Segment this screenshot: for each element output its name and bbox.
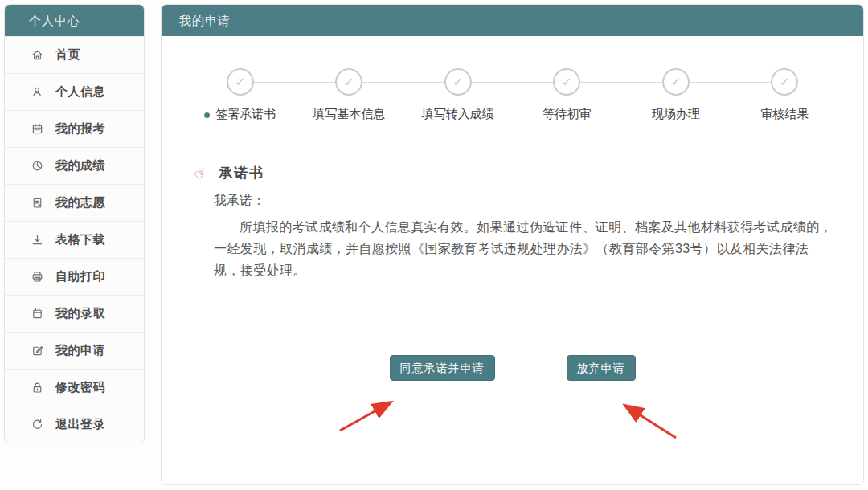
sidebar-item-my-application[interactable]: 我的申请 — [5, 332, 144, 369]
step-label: 签署承诺书 — [186, 107, 295, 122]
calendar-icon — [31, 122, 44, 136]
check-icon: ✓ — [553, 68, 580, 96]
panel-body: ✓ 签署承诺书 ✓ 填写基本信息 ✓ 填写转入成绩 ✓ 等待初审 — [162, 68, 863, 490]
step-basic-info: ✓ 填写基本信息 — [295, 68, 404, 122]
download-icon — [31, 233, 44, 247]
sidebar-item-label: 我的申请 — [55, 343, 105, 358]
page: 个人中心 首页 个人信息 我的报考 我的成绩 我的志愿 表格下载 自助打印 — [0, 0, 868, 490]
logout-icon — [31, 418, 44, 431]
commitment-section: ☞ 承诺书 我承诺： 所填报的考试成绩和个人信息真实有效。如果通过伪造证件、证明… — [194, 164, 839, 281]
step-label: 填写转入成绩 — [403, 107, 513, 122]
main-panel: 我的申请 ✓ 签署承诺书 ✓ 填写基本信息 ✓ 填写转入成绩 — [161, 4, 864, 485]
panel-title: 我的申请 — [162, 5, 863, 36]
check-icon: ✓ — [771, 68, 798, 96]
step-label: 填写基本信息 — [295, 107, 404, 122]
check-icon: ✓ — [227, 68, 254, 96]
agree-apply-button[interactable]: 同意承诺并申请 — [390, 355, 495, 381]
arrow-to-abandon-button — [625, 406, 676, 438]
printer-icon — [31, 270, 44, 284]
sidebar-item-label: 个人信息 — [55, 84, 105, 100]
sidebar-item-home[interactable]: 首页 — [5, 36, 144, 73]
lock-icon — [31, 381, 44, 394]
commitment-lead: 我承诺： — [214, 193, 839, 210]
sidebar-item-label: 我的录取 — [55, 306, 105, 321]
check-icon: ✓ — [662, 68, 690, 96]
pie-chart-icon — [31, 159, 44, 173]
sidebar-item-label: 我的成绩 — [55, 158, 105, 174]
user-icon — [31, 85, 44, 99]
sidebar-item-label: 首页 — [55, 47, 80, 63]
step-sign-commitment: ✓ 签署承诺书 — [186, 68, 295, 122]
sidebar-item-label: 修改密码 — [55, 380, 105, 395]
step-onsite-processing: ✓ 现场办理 — [621, 68, 731, 122]
sidebar-item-my-admission[interactable]: 我的录取 — [5, 295, 144, 332]
home-icon — [31, 48, 44, 62]
sidebar-item-my-preferences[interactable]: 我的志愿 — [5, 184, 144, 221]
step-review-result: ✓ 审核结果 — [731, 68, 840, 122]
sidebar-item-form-download[interactable]: 表格下载 — [5, 221, 144, 258]
clipboard-icon — [31, 196, 44, 210]
sidebar-item-my-scores[interactable]: 我的成绩 — [5, 147, 144, 184]
sidebar-item-change-password[interactable]: 修改密码 — [5, 369, 144, 406]
sidebar-title: 个人中心 — [5, 5, 144, 36]
sidebar-item-my-registration[interactable]: 我的报考 — [5, 110, 144, 147]
step-label: 现场办理 — [621, 107, 731, 122]
sidebar-item-self-print[interactable]: 自助打印 — [5, 258, 144, 295]
commitment-title: 承诺书 — [219, 164, 264, 182]
archive-box-icon — [31, 307, 44, 321]
sidebar-item-label: 表格下载 — [55, 232, 105, 247]
sidebar-item-label: 我的志愿 — [55, 195, 105, 210]
step-transfer-scores: ✓ 填写转入成绩 — [403, 68, 513, 122]
sidebar-item-label: 退出登录 — [55, 417, 105, 432]
action-button-row: 同意承诺并申请 放弃申请 — [162, 355, 863, 381]
arrow-to-agree-button — [340, 402, 391, 431]
pointing-hand-icon: ☞ — [190, 163, 211, 183]
current-step-dot — [204, 112, 210, 118]
step-label: 等待初审 — [513, 107, 622, 122]
step-await-review: ✓ 等待初审 — [513, 68, 622, 122]
step-label: 审核结果 — [731, 107, 840, 122]
sidebar-item-label: 自助打印 — [55, 269, 105, 284]
edit-icon — [31, 344, 44, 357]
check-icon: ✓ — [335, 68, 362, 96]
abandon-apply-button[interactable]: 放弃申请 — [567, 355, 636, 381]
commitment-body-text: 所填报的考试成绩和个人信息真实有效。如果通过伪造证件、证明、档案及其他材料获得考… — [214, 216, 833, 281]
sidebar-item-personal-info[interactable]: 个人信息 — [5, 73, 144, 110]
sidebar-item-logout[interactable]: 退出登录 — [5, 406, 144, 443]
step-wizard: ✓ 签署承诺书 ✓ 填写基本信息 ✓ 填写转入成绩 ✓ 等待初审 — [162, 68, 863, 122]
sidebar-item-label: 我的报考 — [55, 121, 105, 137]
sidebar: 个人中心 首页 个人信息 我的报考 我的成绩 我的志愿 表格下载 自助打印 — [4, 4, 145, 443]
check-icon: ✓ — [444, 68, 472, 96]
